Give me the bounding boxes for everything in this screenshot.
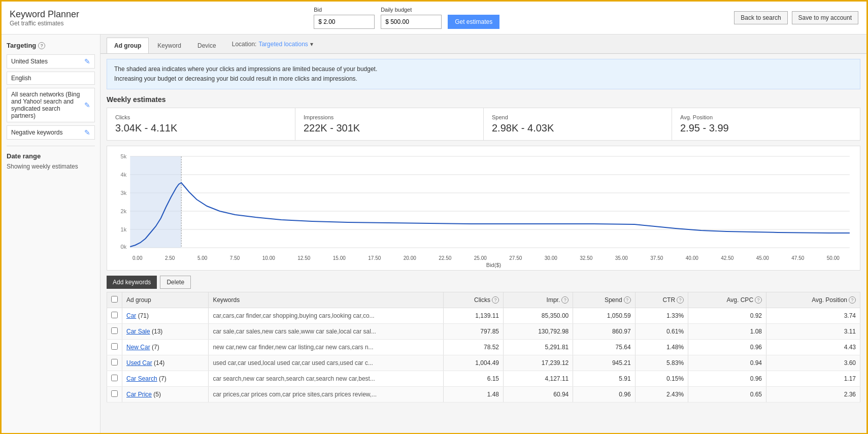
row-avg-cpc: 0.94 [688, 355, 766, 371]
sidebar-country: United States ✎ [7, 54, 95, 69]
avg-position-label: Avg. Position [680, 114, 852, 120]
location-value[interactable]: Targeted locations [258, 41, 308, 48]
sidebar-divider [7, 146, 95, 146]
row-clicks: 78.52 [444, 340, 504, 355]
avg-cpc-help-icon[interactable]: ? [755, 296, 762, 304]
row-checkbox[interactable] [111, 359, 118, 365]
svg-text:1k: 1k [121, 226, 127, 232]
table-row: Car Price (5) car prices,car prices com,… [107, 387, 860, 403]
targeting-help-icon[interactable]: ? [38, 42, 45, 49]
col-spend: Spend ? [573, 292, 635, 308]
bid-input[interactable] [314, 15, 375, 29]
row-avg-pos: 3.74 [766, 308, 860, 324]
row-checkbox[interactable] [111, 312, 118, 318]
showing-weekly-label: Showing weekly estimates [7, 163, 78, 170]
row-clicks: 797.85 [444, 324, 504, 340]
sidebar: Targeting ? United States ✎ English All … [2, 35, 101, 433]
row-ad-group: Car Sale (13) [122, 324, 209, 340]
weekly-estimates-title: Weekly estimates [107, 95, 860, 104]
stat-spend: Spend 2.98K - 4.03K [484, 108, 672, 140]
row-ctr: 1.33% [635, 308, 688, 324]
row-checkbox[interactable] [111, 327, 118, 334]
app-branding: Keyword Planner Get traffic estimates [10, 9, 79, 27]
row-impr: 5,291.81 [504, 340, 573, 355]
svg-text:0k: 0k [121, 244, 127, 250]
ad-group-link[interactable]: Car Sale [126, 328, 150, 335]
row-avg-pos: 4.43 [766, 340, 860, 355]
row-clicks: 1.48 [444, 387, 504, 403]
svg-rect-12 [130, 156, 181, 248]
row-avg-pos: 3.60 [766, 355, 860, 371]
impr-help-icon[interactable]: ? [561, 296, 569, 304]
tabs-bar: Ad group Keyword Device Location: Target… [101, 35, 866, 54]
stats-row: Clicks 3.04K - 4.11K Impressions 222K - … [107, 108, 860, 141]
row-spend: 5.91 [573, 371, 635, 387]
col-impr: Impr. ? [504, 292, 573, 308]
clicks-help-icon[interactable]: ? [492, 296, 499, 304]
date-range-label: Date range [7, 152, 41, 160]
row-checkbox-cell [107, 387, 122, 403]
row-ad-group: Car Search (7) [122, 371, 209, 387]
select-all-checkbox[interactable] [111, 296, 118, 303]
date-range-section: Date range [7, 152, 95, 160]
row-impr: 4,127.11 [504, 371, 573, 387]
network-value: All search networks (Bing and Yahoo! sea… [11, 91, 84, 119]
avg-pos-help-icon[interactable]: ? [849, 296, 856, 304]
col-avg-pos: Avg. Position ? [766, 292, 860, 308]
tab-device[interactable]: Device [190, 38, 224, 53]
row-ad-group: New Car (7) [122, 340, 209, 355]
table-row: New Car (7) new car,new car finder,new c… [107, 340, 860, 355]
row-keywords: used car,car used,local used car,car use… [209, 355, 444, 371]
get-estimates-button[interactable]: Get estimates [448, 15, 499, 29]
ad-group-link[interactable]: New Car [126, 344, 150, 351]
row-checkbox[interactable] [111, 375, 118, 381]
row-keywords: car,cars,car finder,car shopping,buying … [209, 308, 444, 324]
save-to-account-button[interactable]: Save to my account [792, 11, 858, 24]
spend-label: Spend [492, 114, 663, 120]
delete-button[interactable]: Delete [160, 276, 191, 289]
bid-label: Bid [314, 7, 375, 13]
row-checkbox-cell [107, 355, 122, 371]
spend-help-icon[interactable]: ? [624, 296, 631, 304]
negative-keywords-edit-icon[interactable]: ✎ [84, 128, 90, 137]
bid-field: Bid [314, 7, 375, 29]
back-to-search-button[interactable]: Back to search [734, 11, 787, 24]
location-prefix: Location: [232, 41, 257, 48]
row-ad-group: Used Car (14) [122, 355, 209, 371]
row-avg-cpc: 0.96 [688, 371, 766, 387]
row-keywords: car search,new car search,search car,sea… [209, 371, 444, 387]
row-avg-cpc: 0.92 [688, 308, 766, 324]
avg-position-value: 2.95 - 3.99 [680, 122, 852, 134]
row-checkbox[interactable] [111, 390, 118, 397]
app-title: Keyword Planner [10, 9, 79, 20]
daily-budget-input[interactable] [381, 15, 442, 29]
tab-location[interactable]: Location: Targeted locations ▾ [225, 35, 320, 53]
svg-text:3k: 3k [121, 190, 127, 196]
spend-value: 2.98K - 4.03K [492, 122, 663, 134]
daily-budget-field: Daily budget [381, 7, 442, 29]
network-edit-icon[interactable]: ✎ [84, 101, 90, 109]
ad-group-link[interactable]: Car Search [126, 375, 157, 382]
row-ctr: 5.83% [635, 355, 688, 371]
country-edit-icon[interactable]: ✎ [84, 57, 90, 65]
row-checkbox-cell [107, 340, 122, 355]
chevron-down-icon: ▾ [310, 41, 313, 48]
row-spend: 1,050.59 [573, 308, 635, 324]
row-spend: 75.64 [573, 340, 635, 355]
add-keywords-button[interactable]: Add keywords [107, 276, 157, 289]
row-checkbox[interactable] [111, 343, 118, 350]
row-avg-pos: 2.36 [766, 387, 860, 403]
chart-svg: 5k 4k 3k 2k 1k 0k [112, 151, 855, 253]
tab-keyword[interactable]: Keyword [150, 38, 189, 53]
ad-group-link[interactable]: Used Car [126, 359, 152, 366]
row-avg-cpc: 0.65 [688, 387, 766, 403]
row-checkbox-cell [107, 371, 122, 387]
ad-group-link[interactable]: Car [126, 312, 136, 319]
ctr-help-icon[interactable]: ? [677, 296, 684, 304]
row-ad-group: Car (71) [122, 308, 209, 324]
ad-group-link[interactable]: Car Price [126, 391, 152, 398]
table-row: Car Sale (13) car sale,car sales,new car… [107, 324, 860, 340]
row-impr: 85,350.00 [504, 308, 573, 324]
tab-ad-group[interactable]: Ad group [107, 38, 149, 53]
row-clicks: 6.15 [444, 371, 504, 387]
